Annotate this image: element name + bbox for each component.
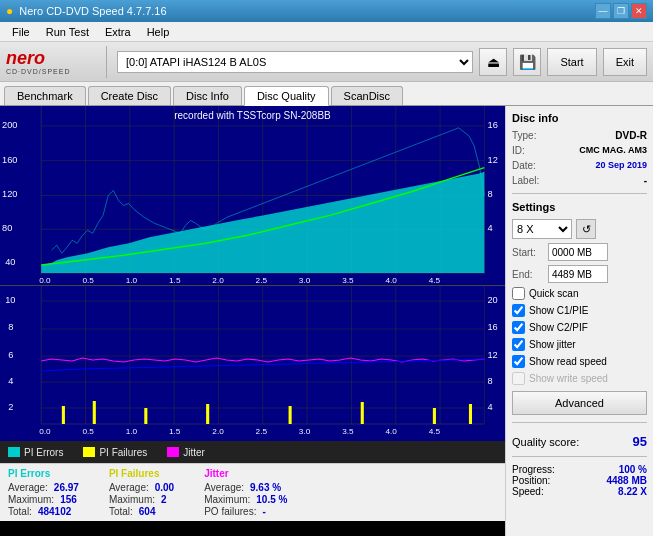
disc-type-label: Type: <box>512 130 536 141</box>
pi-failures-max: 2 <box>161 494 167 505</box>
svg-rect-56 <box>93 401 96 424</box>
disc-date-row: Date: 20 Sep 2019 <box>512 160 647 171</box>
tabs-bar: Benchmark Create Disc Disc Info Disc Qua… <box>0 82 653 106</box>
settings-title: Settings <box>512 201 647 213</box>
svg-text:1.5: 1.5 <box>169 276 181 285</box>
svg-text:10: 10 <box>5 295 15 305</box>
svg-text:4: 4 <box>8 376 13 386</box>
exit-button[interactable]: Exit <box>603 48 647 76</box>
legend-jitter: Jitter <box>167 447 205 458</box>
speed-value: 8.22 X <box>618 486 647 497</box>
svg-text:0.0: 0.0 <box>39 276 51 285</box>
svg-text:20: 20 <box>487 295 497 305</box>
pi-failures-stats: PI Failures Average: 0.00 Maximum: 2 Tot… <box>109 468 174 517</box>
chart-top: 200 160 120 80 40 16 12 8 4 0.0 0.5 1.0 … <box>0 106 505 286</box>
speed-select[interactable]: 8 X <box>512 219 572 239</box>
svg-text:0.0: 0.0 <box>39 427 51 436</box>
jitter-avg: 9.63 % <box>250 482 281 493</box>
tab-disc-info[interactable]: Disc Info <box>173 86 242 105</box>
disc-type-row: Type: DVD-R <box>512 130 647 141</box>
pi-failures-total: 604 <box>139 506 156 517</box>
show-jitter-label: Show jitter <box>529 339 576 350</box>
tab-disc-quality[interactable]: Disc Quality <box>244 86 329 106</box>
disc-id-label: ID: <box>512 145 525 156</box>
chart-area: recorded with TSSTcorp SN-208BB <box>0 106 505 536</box>
menu-run-test[interactable]: Run Test <box>38 24 97 40</box>
quick-scan-row: Quick scan <box>512 287 647 300</box>
quality-score-label: Quality score: <box>512 436 579 448</box>
show-read-speed-check[interactable] <box>512 355 525 368</box>
pi-errors-total-label: Total: <box>8 506 32 517</box>
start-button[interactable]: Start <box>547 48 596 76</box>
end-label: End: <box>512 269 544 280</box>
disc-info-title: Disc info <box>512 112 647 124</box>
tab-create-disc[interactable]: Create Disc <box>88 86 171 105</box>
svg-text:2.0: 2.0 <box>212 276 224 285</box>
svg-text:4.5: 4.5 <box>429 427 441 436</box>
show-c2pif-check[interactable] <box>512 321 525 334</box>
jitter-max-label: Maximum: <box>204 494 250 505</box>
svg-text:160: 160 <box>2 155 17 165</box>
pi-errors-max-label: Maximum: <box>8 494 54 505</box>
eject-icon[interactable]: ⏏ <box>479 48 507 76</box>
svg-text:2.5: 2.5 <box>256 427 268 436</box>
disc-date-label: Date: <box>512 160 536 171</box>
progress-row: Progress: 100 % <box>512 464 647 475</box>
end-input[interactable] <box>548 265 608 283</box>
speed-row: 8 X ↺ <box>512 219 647 239</box>
svg-text:16: 16 <box>487 322 497 332</box>
show-write-speed-check[interactable] <box>512 372 525 385</box>
advanced-button[interactable]: Advanced <box>512 391 647 415</box>
menu-bar: File Run Test Extra Help <box>0 22 653 42</box>
tab-benchmark[interactable]: Benchmark <box>4 86 86 105</box>
po-failures-val: - <box>262 506 265 517</box>
quick-scan-check[interactable] <box>512 287 525 300</box>
pi-failures-avg-label: Average: <box>109 482 149 493</box>
disc-label-value: - <box>644 175 647 186</box>
svg-text:3.0: 3.0 <box>299 276 311 285</box>
pi-errors-color <box>8 447 20 457</box>
show-jitter-check[interactable] <box>512 338 525 351</box>
svg-text:12: 12 <box>487 350 497 360</box>
tab-scan-disc[interactable]: ScanDisc <box>331 86 403 105</box>
close-button[interactable]: ✕ <box>631 3 647 19</box>
svg-rect-55 <box>62 406 65 424</box>
chart-title: recorded with TSSTcorp SN-208BB <box>0 108 505 123</box>
speed-refresh-icon[interactable]: ↺ <box>576 219 596 239</box>
svg-rect-60 <box>361 402 364 424</box>
show-read-speed-row: Show read speed <box>512 355 647 368</box>
svg-text:3.5: 3.5 <box>342 427 354 436</box>
svg-text:3.0: 3.0 <box>299 427 311 436</box>
right-panel: Disc info Type: DVD-R ID: CMC MAG. AM3 D… <box>505 106 653 536</box>
start-input[interactable] <box>548 243 608 261</box>
svg-rect-62 <box>469 404 472 424</box>
show-c1pie-check[interactable] <box>512 304 525 317</box>
jitter-stats: Jitter Average: 9.63 % Maximum: 10.5 % P… <box>204 468 287 517</box>
save-icon[interactable]: 💾 <box>513 48 541 76</box>
pi-errors-max: 156 <box>60 494 77 505</box>
svg-text:4.5: 4.5 <box>429 276 441 285</box>
menu-help[interactable]: Help <box>139 24 178 40</box>
speed-row-q: Speed: 8.22 X <box>512 486 647 497</box>
start-row: Start: <box>512 243 647 261</box>
svg-text:12: 12 <box>487 155 497 165</box>
svg-text:4: 4 <box>487 223 492 233</box>
menu-extra[interactable]: Extra <box>97 24 139 40</box>
minimize-button[interactable]: — <box>595 3 611 19</box>
quick-scan-label: Quick scan <box>529 288 578 299</box>
svg-text:4.0: 4.0 <box>385 276 397 285</box>
svg-text:4.0: 4.0 <box>385 427 397 436</box>
svg-text:80: 80 <box>2 223 12 233</box>
drive-select[interactable]: [0:0] ATAPI iHAS124 B AL0S <box>117 51 473 73</box>
restore-button[interactable]: ❐ <box>613 3 629 19</box>
menu-file[interactable]: File <box>4 24 38 40</box>
pi-failures-color <box>83 447 95 457</box>
legend-pi-errors: PI Errors <box>8 447 63 458</box>
bottom-chart-svg: 10 8 6 4 2 20 16 12 8 4 0.0 0.5 1.0 1.5 … <box>0 286 505 441</box>
end-row: End: <box>512 265 647 283</box>
window-title: Nero CD-DVD Speed 4.7.7.16 <box>19 5 166 17</box>
main-area: recorded with TSSTcorp SN-208BB <box>0 106 653 536</box>
svg-rect-59 <box>289 406 292 424</box>
legend-bar: PI Errors PI Failures Jitter <box>0 441 505 463</box>
pi-failures-total-label: Total: <box>109 506 133 517</box>
